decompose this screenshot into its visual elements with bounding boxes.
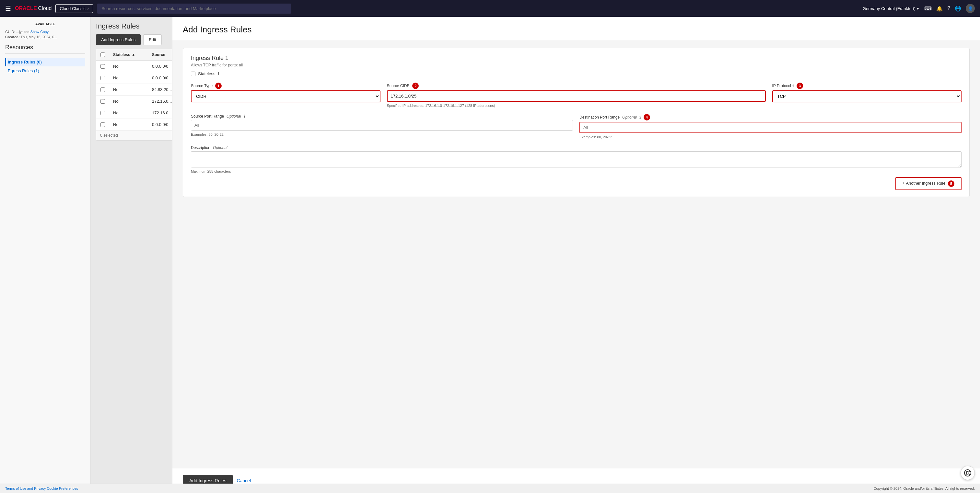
row-checkbox[interactable] — [100, 122, 105, 127]
stateless-cell: No — [109, 84, 148, 95]
dest-port-hint: Examples: 80, 20-22 — [579, 135, 961, 139]
show-link[interactable]: Show — [30, 30, 40, 34]
source-type-group: Source Type 1 CIDR — [191, 82, 380, 108]
cloud-classic-arrow: › — [88, 6, 89, 11]
guid-text: GUID: ...jyakoq — [5, 30, 30, 34]
dest-port-text: Destination Port Range — [579, 115, 620, 119]
ingress-rule-section: Ingress Rule 1 Allows TCP traffic for po… — [183, 48, 970, 197]
source-port-input[interactable] — [191, 120, 573, 130]
svg-line-6 — [966, 474, 967, 475]
step-4-badge: 4 — [644, 114, 650, 120]
modal-cancel-button[interactable]: Cancel — [237, 478, 251, 483]
guid-line: GUID: ...jyakoq Show Copy — [5, 30, 85, 34]
stateless-cell: No — [109, 119, 148, 130]
rule-subtitle: Allows TCP traffic for ports: all — [191, 63, 961, 67]
row-checkbox[interactable] — [100, 99, 105, 104]
source-cidr-input[interactable] — [387, 90, 766, 102]
cookie-link[interactable]: Cookie Preferences — [47, 487, 78, 490]
step-1-badge: 1 — [215, 82, 222, 89]
cloud-text: Cloud — [38, 5, 52, 11]
bottom-bar: Terms of Use and Privacy Cookie Preferen… — [0, 483, 980, 493]
available-badge: AVAILABLE — [5, 22, 85, 26]
add-ingress-rules-modal: Add Ingress Rules Ingress Rule 1 Allows … — [172, 17, 980, 493]
svg-point-1 — [966, 472, 969, 474]
ip-protocol-label: IP Protocol ℹ 3 — [772, 82, 962, 89]
created-label: Created: — [5, 35, 20, 39]
stateless-cell: No — [109, 72, 148, 84]
stateless-header: Stateless ▲ — [109, 49, 148, 60]
form-row-1: Source Type 1 CIDR Source CIDR 2 Specifi… — [191, 82, 961, 108]
dest-port-label: Destination Port Range Optional ℹ 4 — [579, 114, 961, 120]
top-navigation: ☰ ORACLE Cloud Cloud Classic › Germany C… — [0, 0, 980, 17]
user-avatar[interactable]: 👤 — [966, 4, 975, 13]
description-textarea[interactable] — [191, 151, 961, 168]
sidebar-item-egress-rules[interactable]: Egress Rules (1) — [5, 67, 85, 75]
bottom-bar-left: Terms of Use and Privacy Cookie Preferen… — [5, 487, 78, 490]
svg-line-3 — [969, 474, 970, 475]
copy-link[interactable]: Copy — [40, 30, 49, 34]
nav-right: Germany Central (Frankfurt) ▾ ⌨ 🔔 ? 🌐 👤 — [863, 4, 975, 13]
search-input[interactable] — [97, 3, 291, 14]
modal-title: Add Ingress Rules — [183, 25, 970, 35]
ingress-rules-label: Ingress Rules (6) — [8, 60, 42, 65]
step-5-badge: 5 — [948, 181, 955, 187]
sort-icon: ▲ — [132, 52, 135, 57]
cloud-classic-button[interactable]: Cloud Classic › — [56, 4, 93, 13]
bell-icon[interactable]: 🔔 — [936, 5, 943, 12]
dest-port-group: Destination Port Range Optional ℹ 4 Exam… — [579, 114, 961, 139]
form-row-2: Source Port Range Optional ℹ Examples: 8… — [191, 114, 961, 139]
egress-rules-label: Egress Rules (1) — [8, 68, 39, 73]
source-header-label: Source — [152, 52, 165, 57]
oracle-text: ORACLE — [15, 5, 37, 11]
another-ingress-text: + Another Ingress Rule — [902, 181, 946, 185]
ip-protocol-text: IP Protocol — [772, 84, 791, 88]
source-port-text: Source Port Range — [191, 114, 224, 119]
help-icon[interactable]: ? — [947, 5, 950, 11]
row-checkbox[interactable] — [100, 64, 105, 69]
source-type-label: Source Type 1 — [191, 82, 380, 89]
select-all-header — [96, 49, 109, 60]
stateless-cell: No — [109, 95, 148, 107]
sidebar-item-ingress-rules[interactable]: Ingress Rules (6) — [5, 58, 85, 67]
step-2-badge: 2 — [412, 82, 419, 89]
region-selector[interactable]: Germany Central (Frankfurt) ▾ — [863, 6, 919, 11]
bottom-bar-right: Copyright © 2024, Oracle and/or its affi… — [874, 487, 975, 490]
support-widget[interactable] — [961, 466, 975, 480]
svg-line-5 — [969, 471, 970, 472]
source-cidr-text: Source CIDR — [387, 84, 410, 88]
stateless-label: Stateless — [198, 71, 215, 76]
add-ingress-rules-button[interactable]: Add Ingress Rules — [96, 34, 141, 45]
selected-count: 0 selected — [100, 133, 118, 138]
language-icon[interactable]: 🌐 — [955, 5, 961, 12]
nav-icons: ⌨ 🔔 ? 🌐 👤 — [924, 4, 975, 13]
description-hint: Maximum 255 characters — [191, 170, 961, 173]
source-cidr-label: Source CIDR 2 — [387, 82, 766, 89]
row-checkbox[interactable] — [100, 87, 105, 92]
row-checkbox[interactable] — [100, 111, 105, 115]
edit-button[interactable]: Edit — [143, 34, 161, 45]
rule-title: Ingress Rule 1 — [191, 55, 961, 62]
stateless-info-icon: ℹ — [218, 71, 220, 76]
terms-link[interactable]: Terms of Use and Privacy — [5, 487, 46, 490]
source-cidr-hint: Specified IP addresses: 172.16.1.0-172.1… — [387, 104, 766, 108]
another-ingress-rule-button[interactable]: + Another Ingress Rule 5 — [896, 177, 961, 190]
stateless-cell: No — [109, 107, 148, 119]
hamburger-icon[interactable]: ☰ — [5, 5, 11, 12]
source-type-select[interactable]: CIDR — [191, 90, 380, 102]
modal-body: Ingress Rule 1 Allows TCP traffic for po… — [172, 40, 980, 468]
select-all-checkbox[interactable] — [100, 52, 105, 57]
cloud-classic-label: Cloud Classic — [60, 6, 85, 11]
created-value: Thu, May 16, 2024, 0... — [21, 35, 57, 39]
source-port-group: Source Port Range Optional ℹ Examples: 8… — [191, 114, 573, 139]
source-port-optional: Optional — [226, 114, 241, 119]
row-checkbox[interactable] — [100, 76, 105, 80]
source-port-label: Source Port Range Optional ℹ — [191, 114, 573, 119]
created-line: Created: Thu, May 16, 2024, 0... — [5, 35, 85, 39]
ip-protocol-select[interactable]: TCP — [772, 90, 962, 102]
stateless-checkbox[interactable] — [191, 71, 196, 76]
svg-line-2 — [966, 471, 967, 472]
dest-port-input[interactable] — [579, 122, 961, 133]
description-text: Description — [191, 146, 210, 150]
console-icon[interactable]: ⌨ — [924, 5, 932, 12]
source-port-hint: Examples: 80, 20-22 — [191, 133, 573, 136]
